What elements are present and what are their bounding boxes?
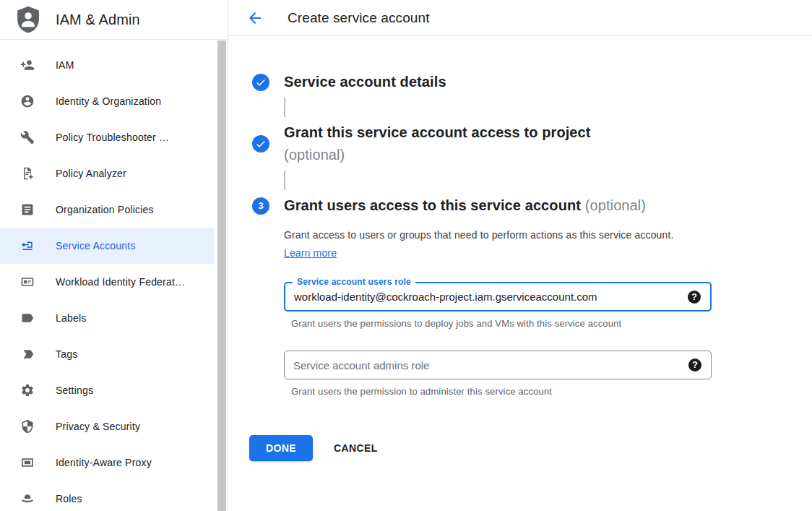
main-panel: Create service account Service account d… xyxy=(228,0,812,511)
sidebar-item-policy-troubleshooter[interactable]: Policy Troubleshooter … xyxy=(0,119,214,155)
sidebar-item-label: Organization Policies xyxy=(56,204,154,215)
step-service-account-details: Service account details xyxy=(252,71,812,93)
step-description-text: Grant access to users or groups that nee… xyxy=(284,229,674,241)
iam-admin-shield-icon xyxy=(14,5,42,35)
users-role-helper-text: Grant users the permissions to deploy jo… xyxy=(291,318,812,329)
page-title: Create service account xyxy=(288,10,430,26)
tag-arrow-icon xyxy=(20,346,35,362)
roles-hat-icon xyxy=(20,491,35,507)
optional-label: (optional) xyxy=(585,197,646,213)
sidebar-header: IAM & Admin xyxy=(0,0,228,40)
badge-card-icon xyxy=(20,274,35,290)
product-title: IAM & Admin xyxy=(56,12,140,28)
gear-icon xyxy=(20,382,35,398)
optional-label: (optional) xyxy=(284,144,591,166)
learn-more-link[interactable]: Learn more xyxy=(284,247,337,259)
step-heading: Grant users access to this service accou… xyxy=(284,197,581,213)
sidebar-item-label: Policy Troubleshooter … xyxy=(56,132,169,143)
sidebar-item-identity-aware-proxy[interactable]: Identity-Aware Proxy xyxy=(0,445,214,481)
step-grant-users-access: 3 Grant users access to this service acc… xyxy=(252,194,812,217)
sidebar-item-organization-policies[interactable]: Organization Policies xyxy=(0,192,214,228)
step-description: Grant access to users or groups that nee… xyxy=(284,226,693,262)
sidebar-item-label: Settings xyxy=(56,385,93,396)
article-icon xyxy=(20,202,35,218)
sidebar-item-label: Roles xyxy=(56,493,82,504)
service-account-users-role-input[interactable] xyxy=(285,283,710,310)
sidebar-item-label: Labels xyxy=(56,312,86,324)
sidebar-item-roles[interactable]: Roles xyxy=(0,481,214,511)
sidebar-nav: IAM Identity & Organization Policy Troub… xyxy=(0,40,228,511)
iam-admin-sidebar: IAM & Admin IAM Identity & Organization xyxy=(0,0,228,511)
sidebar-item-tags[interactable]: Tags xyxy=(0,336,214,372)
sidebar-item-policy-analyzer[interactable]: Policy Analyzer xyxy=(0,155,214,192)
field-label: Service account users role xyxy=(293,277,415,287)
sidebar-item-iam[interactable]: IAM xyxy=(0,47,214,83)
sidebar-scrollbar-thumb[interactable] xyxy=(217,40,226,511)
sidebar-item-label: Privacy & Security xyxy=(56,421,140,432)
sidebar-item-privacy-security[interactable]: Privacy & Security xyxy=(0,408,214,445)
label-icon xyxy=(20,310,35,326)
shield-icon xyxy=(20,418,35,434)
step-connector xyxy=(284,171,285,190)
proxy-filmstrip-icon xyxy=(20,455,35,471)
sidebar-item-label: IAM xyxy=(56,59,74,71)
service-account-key-icon xyxy=(20,238,35,254)
gcp-console: IAM & Admin IAM Identity & Organization xyxy=(0,0,812,511)
step-grant-access-to-project: Grant this service account access to pro… xyxy=(252,121,812,166)
service-account-users-role-field: Service account users role ? xyxy=(284,282,712,312)
sidebar-item-label: Service Accounts xyxy=(56,240,136,252)
service-account-admins-role-field: ? xyxy=(284,351,712,379)
admins-role-helper-text: Grant users the permission to administer… xyxy=(291,386,812,397)
account-circle-icon xyxy=(20,93,35,109)
done-button[interactable]: DONE xyxy=(249,435,313,461)
sidebar-item-label: Identity-Aware Proxy xyxy=(56,457,152,468)
sidebar-item-labels[interactable]: Labels xyxy=(0,300,214,336)
step-complete-check-icon xyxy=(252,74,269,91)
page-header: Create service account xyxy=(228,0,812,36)
sidebar-item-settings[interactable]: Settings xyxy=(0,372,214,408)
wrench-icon xyxy=(20,129,35,145)
step-number-badge: 3 xyxy=(252,197,269,215)
sidebar-item-identity-organization[interactable]: Identity & Organization xyxy=(0,83,214,119)
sidebar-item-label: Tags xyxy=(56,348,77,360)
step-complete-check-icon xyxy=(252,135,269,153)
sidebar-item-label: Policy Analyzer xyxy=(56,168,126,179)
service-account-admins-role-input[interactable] xyxy=(285,351,711,379)
back-arrow-icon[interactable] xyxy=(246,9,264,27)
sidebar-item-label: Identity & Organization xyxy=(56,95,161,107)
help-icon[interactable]: ? xyxy=(688,358,701,372)
sidebar-item-label: Workload Identity Federat… xyxy=(56,276,185,288)
sidebar-item-service-accounts[interactable]: Service Accounts xyxy=(0,228,214,264)
person-add-icon xyxy=(20,57,35,73)
step-heading: Service account details xyxy=(284,71,446,93)
help-icon[interactable]: ? xyxy=(688,291,701,304)
cancel-button[interactable]: CANCEL xyxy=(322,435,389,461)
step-heading: Grant this service account access to pro… xyxy=(284,121,591,144)
action-buttons: DONE CANCEL xyxy=(249,435,812,461)
step-connector xyxy=(284,98,285,117)
policy-analyzer-icon xyxy=(20,166,35,181)
wizard-content: Service account details Grant this servi… xyxy=(228,71,812,461)
sidebar-item-workload-identity-federation[interactable]: Workload Identity Federat… xyxy=(0,264,214,300)
